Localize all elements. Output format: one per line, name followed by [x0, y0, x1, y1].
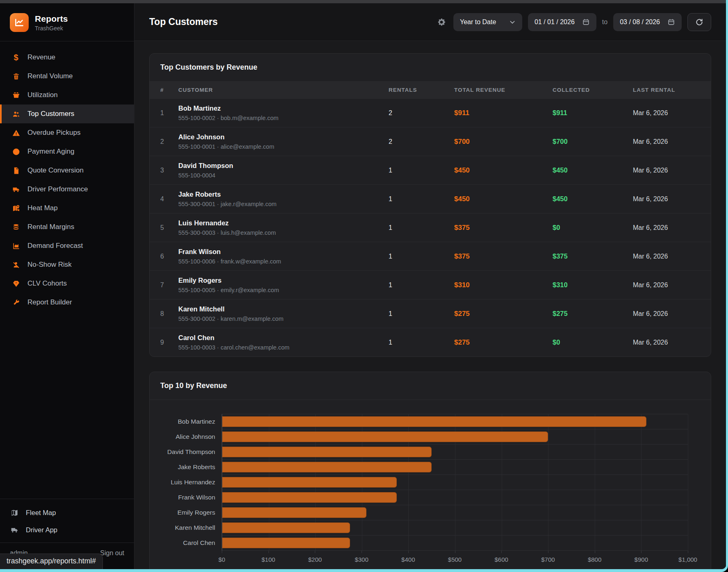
row-last-rental: Mar 6, 2026 — [633, 339, 711, 346]
row-total-revenue: $450 — [454, 195, 553, 203]
chart-x-axis: $0$100$200$300$400$500$600$700$800$900$1… — [222, 551, 688, 569]
chevron-down-icon — [509, 19, 516, 25]
gridline — [688, 414, 688, 551]
chart-bar-row — [222, 490, 688, 505]
row-collected: $310 — [553, 281, 633, 289]
sidebar-item-report-builder[interactable]: Report Builder — [0, 293, 134, 312]
customer-name: Karen Mitchell — [178, 305, 389, 313]
customer-contact: 555-300-0002 · karen.m@example.com — [178, 316, 389, 322]
customer-name: Carol Chen — [178, 334, 389, 342]
sidebar-item-label: Payment Aging — [27, 148, 74, 156]
chart-bar-row — [222, 429, 688, 445]
dollar-icon: $ — [11, 53, 20, 61]
table-row[interactable]: 4Jake Roberts555-300-0001 · jake.r@examp… — [150, 184, 711, 213]
row-total-revenue: $275 — [454, 338, 553, 347]
table-row[interactable]: 3David Thompson555-100-00041$450$450Mar … — [150, 156, 711, 184]
table-row[interactable]: 1Bob Martinez555-100-0002 · bob.m@exampl… — [150, 98, 711, 127]
x-tick-label: $700 — [541, 556, 555, 563]
row-collected: $0 — [553, 224, 633, 232]
row-rank: 7 — [150, 281, 178, 289]
sidebar-item-revenue[interactable]: $Revenue — [0, 48, 134, 67]
sidebar-item-overdue-pickups[interactable]: Overdue Pickups — [0, 123, 134, 142]
table-row[interactable]: 5Luis Hernandez555-300-0003 · luis.h@exa… — [150, 213, 711, 242]
sidebar-footer-label: Fleet Map — [26, 509, 56, 517]
x-tick-label: $200 — [308, 556, 322, 563]
table-row[interactable]: 8Karen Mitchell555-300-0002 · karen.m@ex… — [150, 299, 711, 328]
calendar-icon[interactable] — [582, 18, 590, 26]
chart-bar — [222, 447, 432, 457]
customer-name: Luis Hernandez — [178, 219, 389, 227]
row-rank: 9 — [150, 339, 178, 346]
sidebar-item-label: No-Show Risk — [27, 261, 72, 269]
gear-icon[interactable] — [435, 16, 448, 28]
x-tick-mark — [548, 551, 548, 553]
sidebar-item-payment-aging[interactable]: Payment Aging — [0, 142, 134, 161]
chart-category-label: David Thompson — [160, 444, 222, 459]
row-last-rental: Mar 6, 2026 — [633, 253, 711, 260]
chart-bar — [222, 507, 366, 518]
date-to-input[interactable]: 03 / 08 / 2026 — [613, 13, 682, 31]
sidebar-item-clv-cohorts[interactable]: CLV Cohorts — [0, 274, 134, 293]
col-rank: # — [150, 87, 178, 93]
x-tick-label: $600 — [495, 556, 508, 563]
table-row[interactable]: 7Emily Rogers555-100-0005 · emily.r@exam… — [150, 270, 711, 299]
chart-bar — [222, 416, 646, 427]
truck-icon — [10, 526, 19, 534]
table-row[interactable]: 9Carol Chen555-100-0003 · carol.chen@exa… — [150, 328, 711, 356]
date-preset-select[interactable]: Year to Date — [453, 13, 522, 31]
row-last-rental: Mar 6, 2026 — [633, 281, 711, 289]
sidebar-item-rental-volume[interactable]: Rental Volume — [0, 67, 134, 86]
sidebar-item-driver-performance[interactable]: Driver Performance — [0, 180, 134, 199]
sidebar-item-heat-map[interactable]: Heat Map — [0, 199, 134, 218]
date-from-input[interactable]: 01 / 01 / 2026 — [528, 13, 596, 31]
sidebar-item-label: Demand Forecast — [27, 242, 83, 250]
x-tick-mark — [222, 551, 222, 553]
row-total-revenue: $911 — [454, 109, 553, 117]
refresh-button[interactable] — [687, 13, 711, 31]
sidebar-item-rental-margins[interactable]: Rental Margins — [0, 218, 134, 236]
sidebar-item-quote-conversion[interactable]: Quote Conversion — [0, 161, 134, 180]
x-tick-mark — [688, 551, 688, 553]
row-customer: Karen Mitchell555-300-0002 · karen.m@exa… — [178, 305, 389, 322]
x-tick-mark — [501, 551, 502, 553]
row-customer: Frank Wilson555-100-0006 · frank.w@examp… — [178, 248, 389, 265]
customer-contact: 555-300-0003 · luis.h@example.com — [178, 229, 389, 236]
row-collected: $375 — [553, 252, 633, 260]
sidebar-item-no-show-risk[interactable]: No-Show Risk — [0, 255, 134, 274]
coins-icon — [11, 223, 20, 231]
chart-bar-row — [222, 460, 688, 475]
sidebar-item-utilization[interactable]: Utilization — [0, 86, 134, 104]
sign-out-link[interactable]: Sign out — [100, 549, 124, 557]
sidebar-footer-item-fleet-map[interactable]: Fleet Map — [0, 504, 134, 521]
sidebar-footer-item-driver-app[interactable]: Driver App — [0, 521, 134, 538]
chart-bar-row — [222, 520, 688, 536]
x-tick-label: $300 — [355, 556, 368, 563]
x-tick-label: $500 — [448, 556, 462, 563]
map-pin-icon — [11, 204, 20, 212]
row-customer: Carol Chen555-100-0003 · carol.chen@exam… — [178, 334, 389, 351]
col-collected: COLLECTED — [553, 87, 633, 93]
chart-bar — [222, 492, 397, 503]
row-rentals: 1 — [389, 195, 454, 203]
row-rentals: 1 — [389, 310, 454, 318]
x-tick-label: $1,000 — [678, 556, 697, 563]
sidebar-item-demand-forecast[interactable]: Demand Forecast — [0, 236, 134, 255]
file-icon — [11, 166, 20, 175]
row-collected: $700 — [553, 138, 633, 145]
wrench-icon — [11, 298, 20, 306]
date-range-to-label: to — [602, 18, 607, 26]
x-tick-mark — [641, 551, 642, 553]
table-row[interactable]: 2Alice Johnson555-100-0001 · alice@examp… — [150, 127, 711, 156]
table-row[interactable]: 6Frank Wilson555-100-0006 · frank.w@exam… — [150, 242, 711, 270]
row-rentals: 2 — [389, 109, 454, 117]
row-last-rental: Mar 6, 2026 — [633, 138, 711, 145]
x-tick-mark — [595, 551, 595, 553]
row-customer: Alice Johnson555-100-0001 · alice@exampl… — [178, 133, 389, 150]
sidebar-item-top-customers[interactable]: Top Customers — [0, 104, 134, 123]
calendar-icon[interactable] — [667, 18, 675, 26]
sidebar-item-label: Top Customers — [27, 110, 74, 118]
row-rank: 8 — [150, 310, 178, 318]
customer-name: Emily Rogers — [178, 277, 389, 284]
row-rentals: 1 — [389, 281, 454, 289]
chart-bar — [222, 522, 350, 533]
